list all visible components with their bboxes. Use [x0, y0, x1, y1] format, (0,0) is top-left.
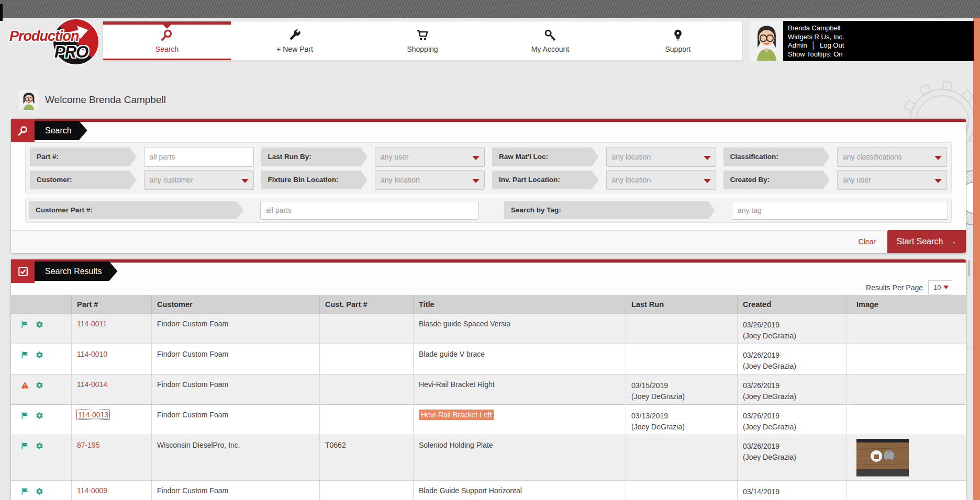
user-panel: Brenda Campbell Widgets R Us, Inc. Admin… [750, 21, 974, 61]
raw-material-loc-select[interactable]: any location [606, 147, 716, 167]
search-by-tag-label: Search by Tag: [504, 201, 715, 219]
cell-cust-part: T0662 [320, 435, 414, 480]
part-number-link[interactable]: 114-0009 [77, 486, 107, 495]
results-panel-icon-square [11, 259, 35, 283]
nav-tab-search[interactable]: Search [103, 21, 231, 60]
classification-label: Classification: [723, 147, 830, 166]
key-icon [543, 28, 557, 42]
screen-edge-artifact [0, 4, 3, 21]
results-table: Part # Customer Cust. Part # Title Last … [11, 295, 966, 500]
chevron-down-icon [704, 179, 711, 183]
search-fields-grid: Part #: Last Run By: any user Raw Mat'l … [25, 142, 952, 194]
nav-tab-my-account[interactable]: My Account [486, 21, 614, 60]
main-nav: Search + New Part Shopping My Account [103, 21, 742, 61]
cell-customer: Findorr Custom Foam [152, 344, 320, 374]
col-part-number: Part # [72, 295, 152, 313]
table-row: 114-0014 Findorr Custom Foam Hevi-Rail B… [11, 374, 966, 405]
cell-customer: Findorr Custom Foam [152, 481, 320, 500]
part-number-link[interactable]: 87-195 [77, 441, 100, 449]
col-created: Created [738, 295, 847, 313]
last-run-by-label: Last Run By: [261, 147, 368, 166]
part-number-link[interactable]: 114-0010 [77, 350, 107, 358]
customer-label: Customer: [30, 171, 137, 189]
fixture-bin-location-select[interactable]: any location [375, 170, 485, 190]
cell-cust-part [320, 374, 414, 404]
tooltips-toggle[interactable]: Show Tooltips: On [788, 50, 843, 58]
flag-icon[interactable] [21, 487, 29, 495]
warning-icon[interactable] [21, 381, 29, 389]
cell-customer: Findorr Custom Foam [152, 374, 320, 404]
checkbox-checked-icon [17, 266, 29, 277]
clear-link[interactable]: Clear [859, 237, 876, 246]
gear-icon[interactable] [36, 321, 43, 328]
col-image: Image [847, 295, 966, 313]
wrench-icon [288, 28, 302, 42]
start-search-button[interactable]: Start Search → [887, 230, 966, 253]
chevron-down-icon [472, 179, 480, 183]
gear-icon[interactable] [36, 412, 43, 419]
part-number-link[interactable]: 114-0013 [77, 410, 109, 419]
customer-part-number-label: Customer Part #: [29, 201, 243, 219]
search-by-tag-input[interactable] [732, 201, 948, 220]
user-company: Widgets R Us, Inc. [788, 33, 844, 42]
part-number-input[interactable] [144, 147, 254, 167]
gear-icon[interactable] [36, 442, 43, 450]
logo-word-pro: PRO [54, 43, 88, 62]
raw-material-loc-label: Raw Mat'l Loc: [492, 147, 599, 166]
results-panel-title: Search Results [35, 262, 118, 281]
table-row: 114-0009 Findorr Custom Foam Blade Guide… [11, 481, 966, 500]
chevron-down-icon [472, 156, 480, 160]
cell-cust-part [320, 481, 414, 500]
welcome-bar: Welcome Brenda Campbell [19, 90, 166, 110]
created-by-select[interactable]: any user [837, 170, 947, 190]
logo-word-production: Production [9, 28, 79, 44]
inv-part-location-label: Inv. Part Location: [492, 171, 599, 189]
last-run-by-select[interactable]: any user [375, 147, 485, 167]
cell-cust-part [320, 314, 414, 344]
gear-icon[interactable] [36, 351, 43, 359]
nav-tab-support[interactable]: Support [614, 21, 742, 60]
productionpro-logo[interactable]: Production PRO [9, 18, 101, 64]
fixture-bin-location-label: Fixture Bin Location: [261, 171, 368, 189]
nav-tab-shopping[interactable]: Shopping [359, 21, 486, 60]
inv-part-location-select[interactable]: any location [606, 170, 716, 190]
part-number-link[interactable]: 114-0011 [77, 320, 107, 328]
cell-title: Blasde guide Spaced Versia [419, 320, 510, 328]
nav-label: Search [155, 45, 179, 53]
chevron-down-icon [934, 156, 942, 160]
cell-title: Blade guide V brace [419, 350, 485, 358]
part-photo-thumbnail[interactable] [856, 439, 909, 476]
chevron-down-icon [704, 156, 711, 160]
flag-icon[interactable] [21, 412, 29, 419]
user-name: Brenda Campbell [788, 24, 844, 33]
cell-title: Soleniod Holding Plate [419, 441, 493, 449]
logout-link[interactable]: Log Out [820, 41, 844, 49]
part-number-label: Part #: [30, 147, 137, 166]
col-customer: Customer [152, 295, 320, 313]
customer-select[interactable]: any customer [144, 170, 254, 190]
part-number-link[interactable]: 114-0014 [77, 380, 107, 389]
nav-label: My Account [531, 45, 569, 53]
col-last-run: Last Run [626, 295, 738, 313]
gear-icon[interactable] [36, 487, 43, 495]
classification-select[interactable]: any classifications [837, 147, 947, 167]
right-edge-scrollbar[interactable] [973, 18, 980, 500]
col-cust-part: Cust. Part # [320, 295, 414, 313]
flag-icon[interactable] [21, 442, 29, 450]
results-table-header: Part # Customer Cust. Part # Title Last … [11, 295, 966, 314]
created-by-label: Created By: [723, 171, 830, 189]
gear-icon[interactable] [36, 381, 43, 389]
table-row: 114-0013 Findorr Custom Foam Hevi-Rail B… [11, 405, 966, 435]
cell-customer: Findorr Custom Foam [152, 405, 320, 435]
search-icon [17, 125, 29, 137]
customer-part-number-input[interactable] [260, 201, 479, 220]
user-avatar [750, 21, 783, 61]
flag-icon[interactable] [21, 321, 29, 328]
nav-tab-new-part[interactable]: + New Part [231, 21, 359, 60]
flag-icon[interactable] [21, 351, 29, 359]
table-row: 87-195 Wisconsin DieselPro, Inc. T0662 S… [11, 435, 966, 481]
nav-label: Shopping [407, 45, 438, 53]
nav-label: + New Part [276, 45, 313, 53]
welcome-avatar [19, 90, 39, 110]
results-per-page-select[interactable]: 10 [928, 280, 952, 294]
